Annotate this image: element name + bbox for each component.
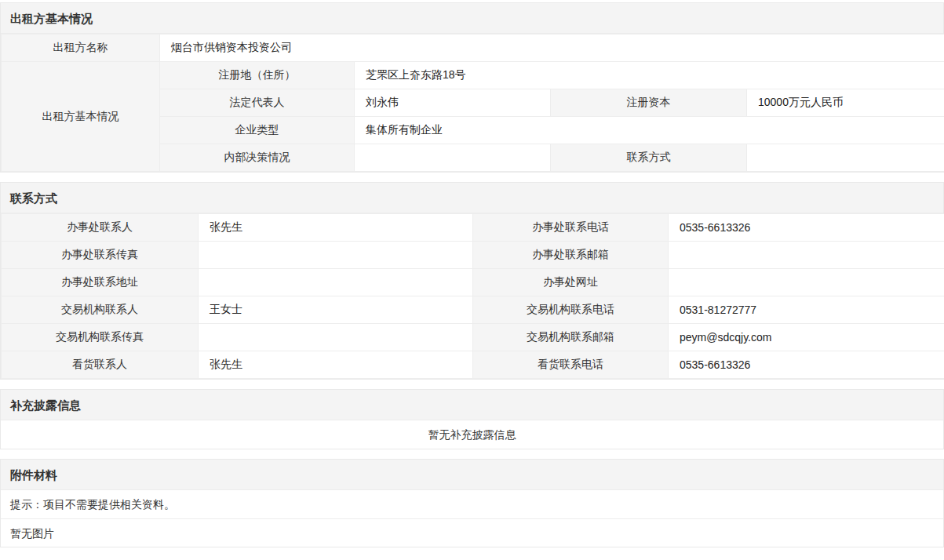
attachments-no-image-message: 暂无图片	[1, 518, 943, 547]
disclosure-empty-message: 暂无补充披露信息	[1, 420, 943, 449]
lessor-section-title: 出租方基本情况	[1, 3, 943, 34]
exchange-contact-label: 交易机构联系人	[2, 296, 199, 324]
viewing-contact-value: 张先生	[199, 351, 473, 379]
office-fax-row: 办事处联系传真 办事处联系邮箱	[2, 242, 944, 269]
exchange-fax-label: 交易机构联系传真	[2, 324, 199, 351]
viewing-contact-row: 看货联系人 张先生 看货联系电话 0535-6613326	[2, 351, 944, 379]
enterprise-type-label: 企业类型	[160, 117, 355, 144]
office-contact-label: 办事处联系人	[2, 214, 199, 242]
section-lessor-basic-info: 出租方基本情况 出租方名称 烟台市供销资本投资公司 出租方基本情况 注册地（住所…	[0, 2, 944, 173]
project-detail-page: 出租方基本情况 出租方名称 烟台市供销资本投资公司 出租方基本情况 注册地（住所…	[0, 0, 944, 547]
lessor-name-row: 出租方名称 烟台市供销资本投资公司	[2, 35, 944, 62]
office-website-label: 办事处网址	[473, 269, 669, 296]
office-address-value	[199, 269, 473, 296]
attachments-section-title: 附件材料	[1, 460, 943, 490]
exchange-email-label: 交易机构联系邮箱	[473, 324, 669, 351]
office-email-value	[669, 242, 944, 269]
office-contact-value: 张先生	[199, 214, 473, 242]
office-address-label: 办事处联系地址	[2, 269, 199, 296]
office-fax-value	[199, 242, 473, 269]
internal-decision-label: 内部决策情况	[160, 144, 355, 172]
exchange-contact-row: 交易机构联系人 王女士 交易机构联系电话 0531-81272777	[2, 296, 944, 324]
office-fax-label: 办事处联系传真	[2, 242, 199, 269]
legal-representative-label: 法定代表人	[160, 89, 355, 117]
section-supplementary-disclosure: 补充披露信息 暂无补充披露信息	[0, 389, 944, 449]
internal-decision-value	[355, 144, 551, 172]
office-contact-row: 办事处联系人 张先生 办事处联系电话 0535-6613326	[2, 214, 944, 242]
viewing-phone-value: 0535-6613326	[669, 351, 944, 379]
office-address-row: 办事处联系地址 办事处网址	[2, 269, 944, 296]
contact-method-label: 联系方式	[551, 144, 747, 172]
viewing-contact-label: 看货联系人	[2, 351, 199, 379]
office-email-label: 办事处联系邮箱	[473, 242, 669, 269]
lessor-group-label: 出租方基本情况	[2, 62, 160, 172]
exchange-fax-row: 交易机构联系传真 交易机构联系邮箱 peym@sdcqjy.com	[2, 324, 944, 351]
office-phone-label: 办事处联系电话	[473, 214, 669, 242]
section-contact-info: 联系方式 办事处联系人 张先生 办事处联系电话 0535-6613326 办事处…	[0, 182, 944, 380]
registered-address-row: 出租方基本情况 注册地（住所） 芝罘区上夼东路18号	[2, 62, 944, 89]
contact-section-title: 联系方式	[1, 183, 943, 213]
registered-address-value: 芝罘区上夼东路18号	[355, 62, 944, 89]
viewing-phone-label: 看货联系电话	[473, 351, 669, 379]
exchange-fax-value	[199, 324, 473, 351]
contact-method-value	[747, 144, 944, 172]
registered-capital-value: 10000万元人民币	[747, 89, 944, 117]
lessor-name-value: 烟台市供销资本投资公司	[160, 35, 944, 62]
lessor-name-label: 出租方名称	[2, 35, 160, 62]
section-attachments: 附件材料 提示：项目不需要提供相关资料。 暂无图片	[0, 459, 944, 547]
disclosure-section-title: 补充披露信息	[1, 390, 943, 420]
legal-representative-value: 刘永伟	[355, 89, 551, 117]
registered-capital-label: 注册资本	[551, 89, 747, 117]
enterprise-type-value: 集体所有制企业	[355, 117, 944, 144]
registered-address-label: 注册地（住所）	[160, 62, 355, 89]
exchange-phone-label: 交易机构联系电话	[473, 296, 669, 324]
exchange-email-value: peym@sdcqjy.com	[669, 324, 944, 351]
lessor-info-table: 出租方名称 烟台市供销资本投资公司 出租方基本情况 注册地（住所） 芝罘区上夼东…	[1, 34, 944, 172]
exchange-phone-value: 0531-81272777	[669, 296, 944, 324]
office-website-value	[669, 269, 944, 296]
exchange-contact-value: 王女士	[199, 296, 473, 324]
attachments-notice: 提示：项目不需要提供相关资料。	[1, 490, 943, 518]
office-phone-value: 0535-6613326	[669, 214, 944, 242]
contact-info-table: 办事处联系人 张先生 办事处联系电话 0535-6613326 办事处联系传真 …	[1, 213, 944, 379]
